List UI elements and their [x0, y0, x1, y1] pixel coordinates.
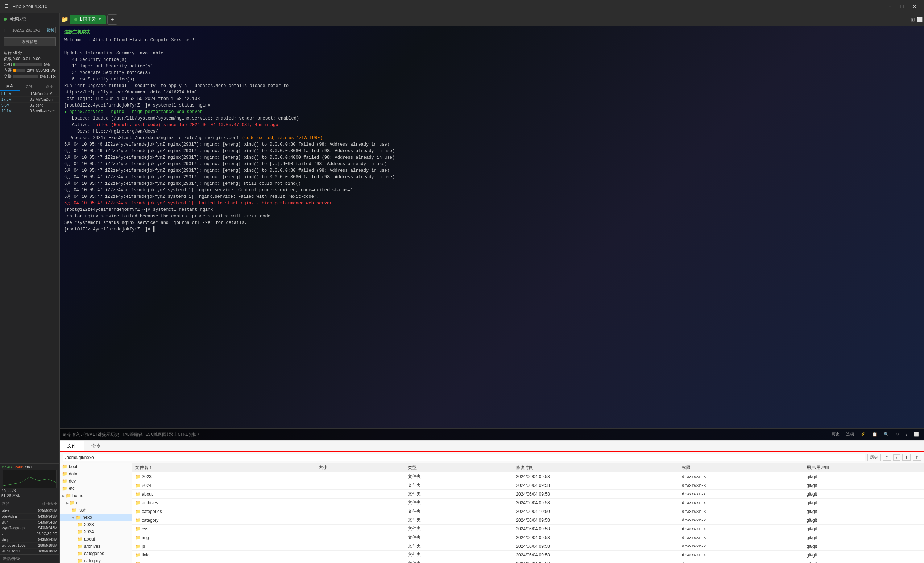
- tree-label: .ssh: [78, 508, 86, 513]
- tab-cpu[interactable]: CPU: [20, 82, 40, 91]
- disk-col-size: 可用/大小: [42, 502, 57, 506]
- path-input[interactable]: [63, 454, 865, 461]
- terminal-line: 6月 04 10:05:47 iZ2ze4yceifsrmdejokfymZ n…: [64, 161, 920, 168]
- tree-item-dev[interactable]: 📁 dev: [60, 478, 132, 485]
- tree-item-ssh[interactable]: 📁 .ssh: [60, 506, 132, 514]
- table-row[interactable]: 📁 links 文件夹 2024/06/04 09:58 drwxrwxr-x …: [132, 551, 924, 559]
- copy-tool-button[interactable]: 📋: [870, 431, 879, 438]
- file-icon: 📁: [135, 553, 141, 558]
- file-type-cell: 文件夹: [405, 551, 513, 559]
- sysinfo-button[interactable]: 系统信息: [4, 37, 56, 46]
- tab-aliyun[interactable]: 1 阿里云 ✕: [70, 15, 106, 24]
- file-perm-cell: drwxrwxr-x: [679, 516, 804, 525]
- add-tab-button[interactable]: +: [107, 15, 117, 25]
- tree-item-2024[interactable]: 📁 2024: [60, 528, 132, 536]
- tree-item-category[interactable]: 📁 category: [60, 557, 132, 563]
- table-row[interactable]: 📁 categories 文件夹 2024/06/04 10:50 drwxrw…: [132, 507, 924, 516]
- chevron-down-icon: ▶: [62, 494, 65, 498]
- file-modified-cell: 2024/06/04 09:58: [513, 472, 679, 481]
- tree-item-archives[interactable]: 📁 archives: [60, 543, 132, 550]
- copy-ip-button[interactable]: 复制: [45, 27, 56, 33]
- tree-item-etc[interactable]: 📁 etc: [60, 485, 132, 492]
- swap-progress-bar: [13, 75, 38, 78]
- new-folder-button[interactable]: ⬆: [913, 454, 921, 461]
- history-button[interactable]: 历史: [830, 431, 842, 438]
- tree-item-home[interactable]: ▶ 📁 home: [60, 492, 132, 499]
- col-perm[interactable]: 权限: [679, 463, 804, 472]
- minimize-button[interactable]: −: [884, 1, 896, 12]
- chevron-down-icon: ▼: [71, 515, 75, 520]
- titlebar-left: 🖥 FinalShell 4.3.10: [4, 3, 48, 10]
- options-button[interactable]: 选项: [844, 431, 856, 438]
- file-owner-cell: git/git: [804, 542, 924, 551]
- maximize-button[interactable]: □: [897, 1, 908, 12]
- table-header-row: 文件名 ↑ 大小 类型 修改时间 权限 用户/用户组: [132, 463, 924, 472]
- net-chart: [3, 470, 57, 488]
- search-tool-button[interactable]: 🔍: [882, 431, 891, 438]
- folder-icon: 📁: [62, 479, 68, 484]
- col-owner[interactable]: 用户/用户组: [804, 463, 924, 472]
- tree-item-about[interactable]: 📁 about: [60, 536, 132, 543]
- tree-item-hexo[interactable]: ▼ 📁 hexo: [60, 514, 132, 521]
- tree-label: etc: [69, 486, 75, 491]
- tree-item-2023[interactable]: 📁 2023: [60, 521, 132, 528]
- file-owner-cell: git/git: [804, 490, 924, 499]
- history-file-button[interactable]: 历史: [867, 454, 880, 461]
- col-modified[interactable]: 修改时间: [513, 463, 679, 472]
- cpu-label: CPU: [4, 62, 12, 67]
- folder-icon: 📁: [77, 558, 82, 563]
- list-item: 81.5M 3 AliYunDunMo...: [0, 91, 60, 97]
- table-row[interactable]: 📁 category 文件夹 2024/06/04 09:58 drwxrwxr…: [132, 516, 924, 525]
- tree-item-data[interactable]: 📁 data: [60, 470, 132, 478]
- table-row[interactable]: 📁 archives 文件夹 2024/06/04 09:58 drwxrwxr…: [132, 499, 924, 507]
- table-row[interactable]: 📁 2023 文件夹 2024/06/04 09:58 drwxrwxr-x g…: [132, 472, 924, 481]
- folder-icon: 📁: [77, 529, 82, 535]
- lightning-button[interactable]: ⚡: [858, 431, 868, 438]
- memory-progress-fill: [13, 69, 16, 72]
- file-size-cell: [316, 551, 405, 559]
- terminal-content[interactable]: 连接主机成功 Welcome to Alibaba Cloud Elastic …: [60, 26, 924, 428]
- table-row[interactable]: 📁 2024 文件夹 2024/06/04 09:58 drwxrwxr-x g…: [132, 481, 924, 490]
- tree-label: home: [72, 493, 83, 498]
- tab-commands[interactable]: 命令: [39, 82, 60, 91]
- fullscreen-button[interactable]: ⬜: [912, 431, 921, 438]
- file-perm-cell: drwxrwxr-x: [679, 542, 804, 551]
- file-size-cell: [316, 490, 405, 499]
- file-modified-cell: 2024/06/04 09:58: [513, 525, 679, 533]
- tab-commands[interactable]: 命令: [84, 440, 108, 452]
- tab-memory[interactable]: 内存: [0, 82, 20, 91]
- table-row[interactable]: 📁 js 文件夹 2024/06/04 09:58 drwxrwxr-x git…: [132, 542, 924, 551]
- table-row[interactable]: 📁 img 文件夹 2024/06/04 09:58 drwxrwxr-x gi…: [132, 533, 924, 542]
- tab-files[interactable]: 文件: [60, 440, 84, 452]
- file-icon: 📁: [135, 483, 141, 488]
- terminal-line: ● nginx.service - nginx - high performan…: [64, 109, 920, 115]
- tree-item-boot[interactable]: 📁 boot: [60, 463, 132, 470]
- file-perm-cell: drwxrwxr-x: [679, 551, 804, 559]
- col-type[interactable]: 类型: [405, 463, 513, 472]
- tree-item-git[interactable]: ▶ 📁 git: [60, 499, 132, 506]
- table-row[interactable]: 📁 about 文件夹 2024/06/04 09:58 drwxrwxr-x …: [132, 490, 924, 499]
- file-modified-cell: 2024/06/04 09:58: [513, 542, 679, 551]
- file-modified-cell: 2024/06/04 10:50: [513, 507, 679, 516]
- folder-icon: 📁: [66, 493, 71, 498]
- upload-button[interactable]: ↑: [893, 454, 900, 461]
- download-button[interactable]: ⬇: [902, 454, 910, 461]
- folder-icon: 📁: [77, 551, 82, 556]
- layout-expand-button[interactable]: ⬜: [916, 16, 922, 22]
- col-size[interactable]: 大小: [316, 463, 405, 472]
- terminal-input[interactable]: [63, 432, 830, 437]
- table-row[interactable]: 📁 css 文件夹 2024/06/04 09:58 drwxrwxr-x gi…: [132, 525, 924, 533]
- scroll-down-button[interactable]: ↓: [903, 431, 910, 438]
- tab-close-icon[interactable]: ✕: [98, 17, 102, 22]
- file-modified-cell: 2024/06/04 09:58: [513, 490, 679, 499]
- tree-item-categories[interactable]: 📁 categories: [60, 550, 132, 557]
- list-item: /dev/shm943M/943M: [0, 514, 60, 520]
- table-row[interactable]: 📁 page 文件夹 2024/06/04 09:58 drwxrwxr-x g…: [132, 559, 924, 563]
- settings-tool-button[interactable]: ⚙: [893, 431, 901, 438]
- file-perm-cell: drwxrwxr-x: [679, 507, 804, 516]
- layout-grid-button[interactable]: ⊞: [910, 16, 915, 22]
- list-item: 17.5M 0.7 AliYunDun: [0, 97, 60, 103]
- col-filename[interactable]: 文件名 ↑: [132, 463, 316, 472]
- refresh-button[interactable]: ↻: [883, 454, 891, 461]
- close-button[interactable]: ✕: [909, 1, 920, 12]
